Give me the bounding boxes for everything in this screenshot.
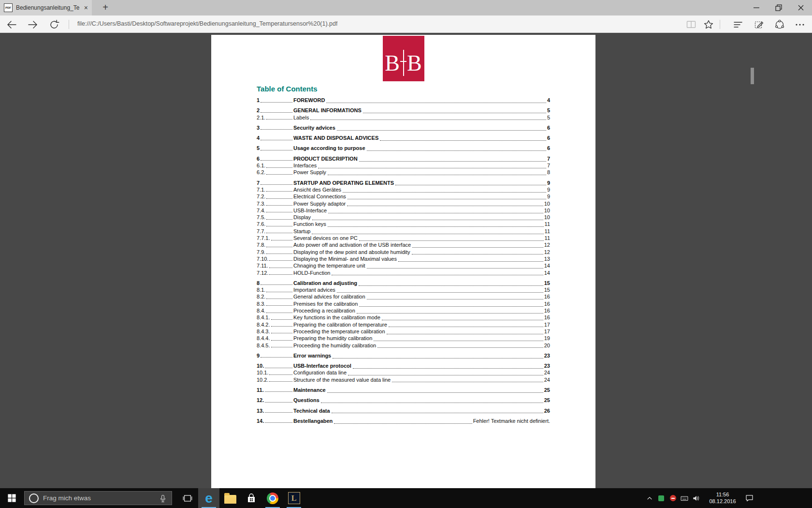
logo-letter-b-left: B: [385, 54, 400, 73]
toc-entry[interactable]: 2GENERAL INFORMATIONS5: [257, 107, 550, 114]
web-note-button[interactable]: [754, 19, 765, 30]
cortana-search-input[interactable]: Frag mich etwas: [24, 491, 172, 505]
dot-leader: [327, 392, 543, 393]
taskbar-app-league-of-legends[interactable]: L: [283, 488, 304, 508]
browser-tab[interactable]: PDF Bedienungsanleitung_Te ×: [0, 0, 92, 15]
tray-icon-red[interactable]: [667, 495, 679, 501]
toc-entry-page: 14: [544, 270, 550, 276]
toc-entry-page: 15: [544, 280, 550, 286]
toc-entry[interactable]: 7STARTUP AND OPERATING ELEMENTS9: [257, 180, 550, 187]
toc-entry[interactable]: 8.4.4.Preparing the humidity calibration…: [257, 335, 550, 342]
forward-button[interactable]: [27, 19, 39, 30]
toc-entry-page: 15: [544, 287, 550, 293]
refresh-button[interactable]: [48, 19, 60, 30]
reading-view-book-icon: [685, 19, 697, 30]
restore-button[interactable]: [768, 0, 790, 15]
toc-entry[interactable]: 6.2.Power Supply8: [257, 169, 550, 176]
task-view-button[interactable]: [177, 488, 198, 508]
toc-entry[interactable]: 8.2.General advices for calibration16: [257, 294, 550, 300]
start-button[interactable]: [0, 488, 23, 508]
volume-icon[interactable]: [690, 494, 702, 503]
toc-entry[interactable]: 11.Maintenance25: [257, 387, 550, 394]
toc-entry[interactable]: 7.8.Auto power off and activation of the…: [257, 242, 550, 249]
share-button[interactable]: [774, 19, 785, 30]
toc-entry[interactable]: 9Error warnings23: [257, 353, 550, 359]
toc-entry[interactable]: 7.5.Display10: [257, 214, 550, 221]
toc-entry[interactable]: 7.4.USB-Interface10: [257, 208, 550, 214]
toc-entry[interactable]: 4WASTE AND DISPOSAL ADVICES6: [257, 135, 550, 142]
dot-leader: [332, 275, 543, 275]
toc-entry[interactable]: 3Security advices6: [257, 125, 550, 132]
taskbar-app-chrome[interactable]: [262, 488, 283, 508]
toc-entry[interactable]: 12.Questions25: [257, 397, 550, 404]
toc-entry[interactable]: 8.1.Important advices15: [257, 287, 550, 294]
reading-view-button[interactable]: [685, 19, 697, 30]
toc-entry[interactable]: 5Usage according to purpose6: [257, 145, 550, 152]
address-bar[interactable]: file:///C:/Users/Basti/Desktop/Softwarep…: [77, 15, 337, 32]
toc-entry[interactable]: 10.1.Configuration data line24: [257, 370, 550, 376]
minimize-button[interactable]: [745, 0, 768, 15]
toc-entry[interactable]: 8.4.3.Proceeding the temperature calibra…: [257, 329, 550, 335]
toc-entry[interactable]: 7.1.Ansicht des Gerätes9: [257, 187, 550, 194]
touch-keyboard-icon[interactable]: [679, 494, 690, 503]
toc-entry[interactable]: 7.9.Displaying of the dew point and abso…: [257, 249, 550, 256]
toc-entry[interactable]: 8.3.Premises for the calibration16: [257, 301, 550, 308]
taskbar-clock[interactable]: 11:56 08.12.2016: [706, 492, 740, 505]
dot-leader: [269, 260, 292, 261]
toc-group: 2GENERAL INFORMATIONS52.1.Labels5: [257, 107, 550, 121]
toc-entry-title: Configuration data line: [293, 370, 347, 376]
new-tab-button[interactable]: +: [97, 0, 114, 15]
scrollbar-thumb[interactable]: [751, 68, 754, 84]
toc-entry[interactable]: 7.12.HOLD-Function14: [257, 270, 550, 277]
toc-entry[interactable]: 7.7.1.Several devices on one PC11: [257, 235, 550, 242]
dot-leader: [382, 320, 543, 320]
toc-entry[interactable]: 8Calibration and adjusting15: [257, 280, 550, 287]
microphone-icon[interactable]: [159, 494, 167, 503]
favorites-star-button[interactable]: [703, 19, 714, 30]
dot-leader: [332, 413, 543, 413]
toc-entry[interactable]: 7.2.Electrical Connections9: [257, 194, 550, 200]
toc-entry[interactable]: 10.USB-Interface protocol23: [257, 363, 550, 370]
dot-leader: [387, 334, 543, 334]
toc-entry[interactable]: 10.2.Structure of the measured value dat…: [257, 377, 550, 384]
dot-leader: [412, 254, 543, 254]
toc-entry-title: Calibration and adjusting: [293, 280, 358, 286]
toc-entry[interactable]: 2.1.Labels5: [257, 115, 550, 121]
more-options-button[interactable]: [794, 19, 806, 30]
taskbar-app-store[interactable]: [241, 488, 262, 508]
toc-entry[interactable]: 7.10.Displaying the Minimal- and Maximal…: [257, 256, 550, 263]
taskbar-app-file-explorer[interactable]: [219, 488, 241, 508]
toc-entry[interactable]: 6PRODUCT DESCRIPTION7: [257, 156, 550, 163]
toc-entry[interactable]: 8.4.5.Proceeding the humidity calibratio…: [257, 343, 550, 349]
dot-leader: [266, 119, 292, 120]
close-button[interactable]: [790, 0, 812, 15]
toc-entry[interactable]: 7.3.Power Supply adaptor10: [257, 201, 550, 208]
toc-entry-title: WASTE AND DISPOSAL ADVICES: [293, 135, 379, 141]
toc-entry[interactable]: 7.7.Startup11: [257, 228, 550, 235]
toc-entry[interactable]: 7.11.Chnaging the temperature unit14: [257, 263, 550, 269]
close-icon: [796, 2, 806, 13]
toc-entry[interactable]: 7.6.Function keys11: [257, 221, 550, 228]
hub-button[interactable]: [732, 19, 744, 30]
action-center-button[interactable]: [743, 493, 755, 503]
toc-number-text: 7.6.: [257, 221, 265, 227]
tray-icon-green[interactable]: [655, 495, 667, 501]
toc-number-text: 7.2.: [257, 194, 265, 200]
toc-entry[interactable]: 6.1.Interfaces7: [257, 163, 550, 169]
toc-entry[interactable]: 8.4.Proceeding a recalibration16: [257, 308, 550, 314]
toc-entry[interactable]: 8.4.2.Preparing the calibration of tempe…: [257, 322, 550, 329]
toc-entry-page: 26: [544, 408, 550, 414]
taskbar-app-edge[interactable]: e: [198, 488, 219, 508]
pdf-page: B B Table of Contents 1FOREWORD42GENERAL…: [211, 35, 595, 488]
tab-close-icon[interactable]: ×: [84, 4, 88, 11]
dot-leader: [265, 391, 292, 392]
toc-entry[interactable]: 13.Technical data26: [257, 408, 550, 415]
tray-expand-button[interactable]: [644, 494, 655, 502]
toc-entry-page: 23: [544, 353, 550, 359]
back-button[interactable]: [6, 19, 17, 30]
toc-entry[interactable]: 14.BestellangabenFehler! Textmarke nicht…: [257, 418, 550, 425]
toc-entry[interactable]: 8.4.1.Key functions in the calibration m…: [257, 314, 550, 321]
window-controls: [745, 0, 812, 15]
toc-entry[interactable]: 1FOREWORD4: [257, 97, 550, 104]
toc-group: 12.Questions25: [257, 397, 550, 404]
